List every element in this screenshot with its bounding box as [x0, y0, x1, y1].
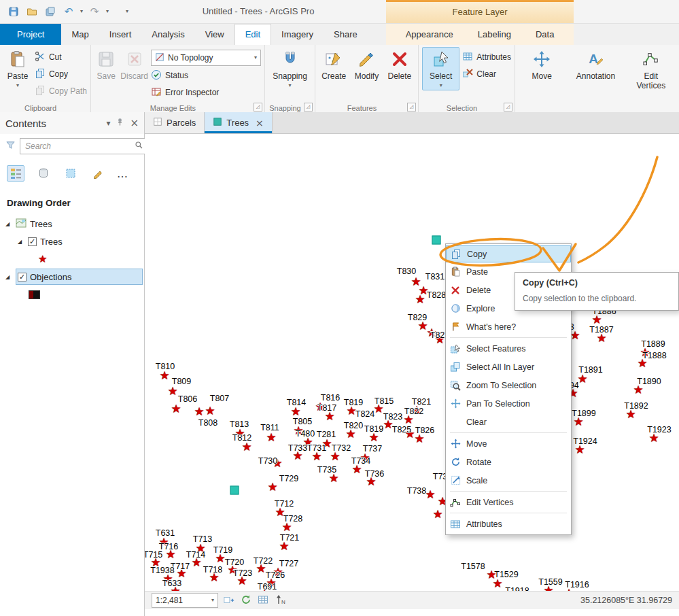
modify-button[interactable]: Modify: [351, 47, 381, 82]
selection-launcher-icon[interactable]: ◿: [504, 103, 512, 112]
snapping-launcher-icon[interactable]: ◿: [304, 103, 313, 112]
menu-item-whats-here[interactable]: What's here?: [446, 318, 571, 336]
layer-trees-checkbox[interactable]: ✓: [28, 237, 37, 246]
tab-imagery[interactable]: Imagery: [271, 24, 324, 45]
tree-star-marker[interactable]: ★: [267, 481, 277, 493]
list-by-editing-icon[interactable]: [90, 166, 106, 181]
tree-star-marker[interactable]: ★: [194, 406, 204, 417]
tree-star-marker[interactable]: ★: [205, 405, 215, 417]
save-project-icon[interactable]: [7, 5, 20, 18]
layer-objections[interactable]: ◢ ✓ Objections: [0, 268, 144, 286]
tree-star-marker[interactable]: ★: [290, 406, 300, 417]
sync-views-icon[interactable]: [241, 594, 251, 607]
move-button[interactable]: Move: [523, 47, 560, 82]
features-launcher-icon[interactable]: ◿: [407, 103, 416, 112]
selected-feature-square[interactable]: [432, 236, 441, 245]
redo-dropdown-caret[interactable]: ▾: [106, 9, 109, 14]
undo-icon[interactable]: ↶: [62, 5, 75, 18]
layer-objections-symbol-row[interactable]: [0, 286, 144, 303]
search-input[interactable]: [24, 141, 132, 152]
menu-item-scale[interactable]: Scale: [446, 471, 571, 490]
create-button[interactable]: Create: [319, 47, 349, 82]
status-button[interactable]: Status: [151, 68, 261, 83]
menu-item-copy[interactable]: Copy: [446, 245, 571, 262]
tab-labeling[interactable]: Labeling: [468, 24, 521, 45]
layer-objections-selected-row[interactable]: ✓ Objections: [16, 269, 143, 285]
cut-button[interactable]: Cut: [35, 50, 87, 65]
topology-dropdown[interactable]: No Topology ▾: [151, 50, 261, 66]
tab-appearance[interactable]: Appearance: [396, 24, 464, 45]
selected-feature-square[interactable]: [230, 486, 239, 495]
copy-path-button[interactable]: Copy Path: [35, 84, 87, 99]
snapping-button[interactable]: Snapping ▾: [272, 47, 309, 88]
tab-insert[interactable]: Insert: [99, 24, 142, 45]
tab-share[interactable]: Share: [324, 24, 368, 45]
tree-star-marker[interactable]: ★: [415, 294, 425, 305]
manage-edits-launcher-icon[interactable]: ◿: [254, 103, 262, 112]
menu-item-clear[interactable]: Clear: [446, 413, 571, 431]
menu-item-attributes[interactable]: Attributes: [446, 515, 571, 533]
menu-item-select-all-in-layer[interactable]: Select All In Layer: [446, 358, 571, 376]
layer-trees-symbol-row[interactable]: ★: [0, 250, 144, 268]
search-icon[interactable]: [135, 141, 143, 152]
clear-selection-button[interactable]: Clear: [462, 67, 511, 82]
layer-objections-checkbox[interactable]: ✓: [18, 273, 27, 281]
save-as-icon[interactable]: [43, 5, 57, 18]
attribute-table-icon[interactable]: [258, 594, 268, 607]
tree-star-marker[interactable]: ★: [241, 441, 251, 453]
tree-star-marker[interactable]: ★: [159, 370, 169, 381]
edit-vertices-button[interactable]: Edit Vertices: [631, 47, 671, 90]
layer-trees[interactable]: ◢ ✓ Trees: [0, 233, 144, 250]
menu-item-zoom-to-selection[interactable]: Zoom To Selection: [446, 376, 571, 394]
tree-star-marker[interactable]: ★: [167, 386, 177, 397]
list-by-drawing-order-icon[interactable]: [7, 165, 24, 182]
redo-icon[interactable]: ↷: [88, 5, 101, 18]
select-caret[interactable]: ▾: [440, 83, 442, 88]
select-button[interactable]: Select ▾: [422, 47, 459, 90]
customize-qat-caret[interactable]: ▾: [126, 9, 128, 14]
tree-star-marker[interactable]: ★: [432, 509, 442, 520]
menu-item-pan-to-selection[interactable]: Pan To Selection: [446, 394, 571, 413]
add-bookmark-icon[interactable]: [224, 594, 234, 607]
paste-button[interactable]: Paste ▾: [3, 47, 32, 88]
save-edits-button[interactable]: Save: [94, 47, 118, 82]
annotation-button[interactable]: A Annotation: [572, 47, 619, 82]
contents-menu-caret[interactable]: ▾: [106, 118, 110, 128]
map-canvas[interactable]: ★★★★★★★★★★★★★★★★★★★★★★★★★★★★★★★★★★★★★★★★…: [145, 134, 679, 591]
snapping-caret[interactable]: ▾: [288, 83, 291, 88]
expander-icon[interactable]: ◢: [18, 239, 24, 245]
tab-data[interactable]: Data: [525, 24, 564, 45]
view-tab-parcels[interactable]: Parcels: [145, 112, 205, 133]
list-by-selection-icon[interactable]: [63, 166, 79, 181]
close-view-icon[interactable]: ×: [256, 118, 264, 129]
pin-icon[interactable]: [116, 118, 124, 129]
expander-icon[interactable]: ◢: [5, 274, 12, 280]
menu-item-rotate[interactable]: Rotate: [446, 453, 571, 471]
filter-icon[interactable]: [5, 140, 16, 152]
menu-item-edit-vertices[interactable]: Edit Vertices: [446, 493, 571, 511]
attributes-button[interactable]: Attributes: [462, 50, 511, 65]
tab-analysis[interactable]: Analysis: [141, 24, 194, 45]
tree-star-marker[interactable]: ★: [266, 432, 276, 443]
list-by-data-source-icon[interactable]: [35, 166, 52, 181]
undo-dropdown-caret[interactable]: ▾: [80, 9, 83, 14]
more-options-icon[interactable]: …: [117, 167, 128, 180]
tab-map[interactable]: Map: [61, 24, 99, 45]
menu-item-select-features[interactable]: Select Features: [446, 339, 571, 358]
tab-edit[interactable]: Edit: [234, 24, 271, 45]
tree-star-marker[interactable]: ★: [492, 578, 502, 589]
expander-icon[interactable]: ◢: [5, 221, 12, 227]
close-pane-icon[interactable]: ×: [130, 117, 139, 129]
error-inspector-button[interactable]: Error Inspector: [151, 85, 261, 100]
scale-dropdown[interactable]: 1:2,481 ▾: [152, 593, 218, 608]
copy-button[interactable]: Copy: [35, 67, 87, 82]
tree-star-marker[interactable]: ★: [171, 403, 181, 415]
delete-button[interactable]: Delete: [385, 47, 415, 82]
paste-dropdown-caret[interactable]: ▾: [16, 83, 19, 88]
tab-view[interactable]: View: [195, 24, 234, 45]
open-project-icon[interactable]: [25, 5, 39, 18]
tab-project[interactable]: Project: [0, 24, 61, 45]
layer-group-trees[interactable]: ◢ Trees: [0, 215, 144, 233]
view-tab-trees[interactable]: Trees ×: [205, 112, 272, 133]
north-arrow-icon[interactable]: N: [275, 594, 285, 607]
